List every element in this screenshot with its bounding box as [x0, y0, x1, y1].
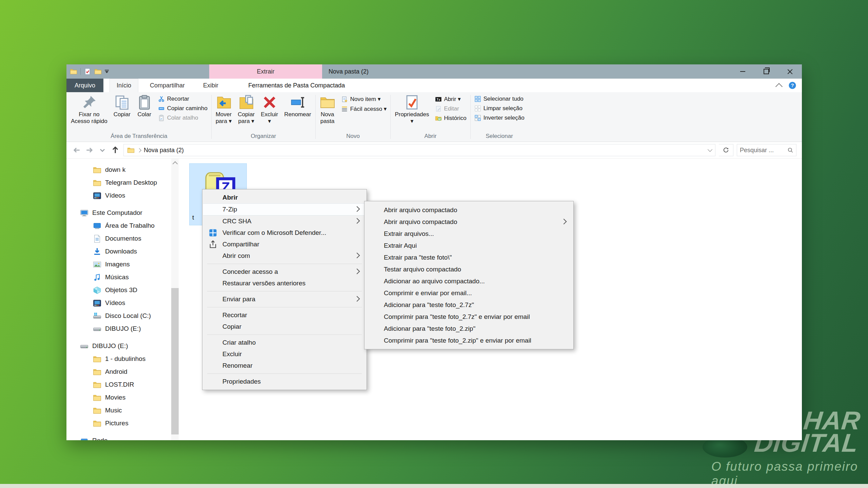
explorer-folder-icon[interactable] [70, 68, 77, 75]
history-button[interactable]: Histórico [435, 115, 467, 122]
clear-selection-button[interactable]: Limpar seleção [474, 105, 525, 112]
tab-compartilhar[interactable]: Compartilhar [143, 79, 192, 92]
edit-button[interactable]: Editar [435, 105, 467, 112]
sidebar-item-down-k[interactable]: down k [66, 163, 180, 176]
context-menu-item-conceder-acesso-a[interactable]: Conceder acesso a [203, 266, 366, 278]
recent-locations-icon[interactable] [98, 145, 107, 155]
sidebar-item-dibujo-e[interactable]: DIBUJO (E:) [66, 322, 180, 335]
easy-access-button[interactable]: Fácil acesso ▾ [341, 105, 387, 113]
sidebar-item-music[interactable]: Music [66, 404, 180, 417]
submenu-item-comprimir-e-enviar-por-email[interactable]: Comprimir e enviar por email... [365, 287, 573, 299]
sidebar-item-telegram-desktop[interactable]: Telegram Desktop [66, 176, 180, 189]
context-menu-item-7-zip[interactable]: 7-Zip [203, 203, 366, 216]
rename-button[interactable]: Renomear [281, 92, 314, 118]
tab-arquivo[interactable]: Arquivo [66, 79, 103, 92]
context-menu-item-renomear[interactable]: Renomear [203, 360, 366, 371]
help-icon[interactable]: ? [788, 81, 796, 89]
sidebar-item-imagens[interactable]: Imagens [66, 258, 180, 271]
context-menu-item-enviar-para[interactable]: Enviar para [203, 293, 366, 305]
sidebar-item-m-sicas[interactable]: Músicas [66, 271, 180, 284]
drive-icon [80, 342, 88, 350]
forward-icon[interactable] [85, 145, 94, 155]
pin-quick-access-button[interactable]: Fixar no Acesso rápido [68, 92, 111, 125]
menu-item-label: Extrair para "teste foto\" [384, 254, 452, 261]
close-button[interactable] [778, 64, 802, 79]
move-to-button[interactable]: Mover para ▾ [213, 92, 235, 125]
sidebar-item-dibujo-e[interactable]: DIBUJO (E:) [66, 340, 180, 352]
sidebar-item-v-deos[interactable]: Vídeos [66, 297, 180, 309]
properties-shortcut-icon[interactable] [84, 68, 91, 75]
customize-qat-icon[interactable] [105, 70, 109, 73]
search-input[interactable]: Pesquisar ... [737, 144, 796, 156]
submenu-item-testar-arquivo-compactado[interactable]: Testar arquivo compactado [365, 263, 573, 275]
sidebar-item-1-dubulinhos[interactable]: 1 - dubulinhos [66, 352, 180, 365]
copy-path-button[interactable]: Copiar caminho [158, 105, 208, 112]
invert-selection-button[interactable]: Inverter seleção [474, 115, 525, 121]
qat-separator [80, 68, 81, 75]
sidebar-item-pictures[interactable]: Pictures [66, 417, 180, 430]
paste-button[interactable]: Colar [134, 92, 155, 118]
back-icon[interactable] [72, 145, 81, 155]
contextual-tab-extrair[interactable]: Extrair [209, 64, 322, 79]
tab-exibir[interactable]: Exibir [196, 79, 225, 92]
address-dropdown-icon[interactable] [708, 147, 712, 152]
cut-button[interactable]: Recortar [158, 96, 208, 102]
context-menu-item-excluir[interactable]: Excluir [203, 348, 366, 360]
menu-item-label: Comprimir e enviar por email... [384, 289, 472, 297]
context-menu-item-copiar[interactable]: Copiar [203, 321, 366, 332]
sidebar-scrollbar[interactable] [171, 159, 179, 440]
context-menu-item-propriedades[interactable]: Propriedades [203, 376, 366, 387]
open-with-7zip-button[interactable]: 7z Abrir ▾ [435, 96, 467, 103]
submenu-item-adicionar-ao-arquivo-compactado[interactable]: Adicionar ao arquivo compactado... [365, 275, 573, 287]
sidebar-item-label: DIBUJO (E:) [92, 342, 128, 350]
sidebar-item-lost-dir[interactable]: LOST.DIR [66, 378, 180, 391]
submenu-item-extrair-aqui[interactable]: Extrair Aqui [365, 240, 573, 251]
scrollbar-up-icon[interactable] [171, 159, 179, 167]
context-menu-item-crc-sha[interactable]: CRC SHA [203, 216, 366, 227]
copy-button[interactable]: Copiar [111, 92, 134, 118]
context-menu-item-criar-atalho[interactable]: Criar atalho [203, 337, 366, 348]
context-menu-item-recortar[interactable]: Recortar [203, 309, 366, 321]
tab-inicio[interactable]: Início [110, 79, 138, 92]
properties-button[interactable]: Propriedades ▾ [392, 92, 432, 125]
breadcrumb[interactable]: Nova pasta (2) [123, 144, 715, 156]
minimize-button[interactable] [731, 64, 754, 79]
context-menu: Abrir7-ZipCRC SHAVerificar com o Microso… [202, 189, 367, 390]
sidebar-item-downloads[interactable]: Downloads [66, 245, 180, 258]
sidebar-item-documentos[interactable]: Documentos [66, 232, 180, 245]
new-item-button[interactable]: Novo item ▾ [341, 96, 387, 103]
sidebar-item-disco-local-c[interactable]: Disco Local (C:) [66, 309, 180, 322]
sidebar-item-v-deos[interactable]: Vídeos [66, 189, 180, 202]
tab-ferramentas-pasta-compactada[interactable]: Ferramentas de Pasta Compactada [241, 79, 352, 92]
context-menu-item-compartilhar[interactable]: Compartilhar [203, 239, 366, 250]
collapse-ribbon-icon[interactable] [775, 83, 783, 90]
context-menu-item-abrir-com[interactable]: Abrir com [203, 250, 366, 262]
refresh-button[interactable] [719, 144, 733, 156]
sidebar-item-este-computador[interactable]: Este Computador [66, 206, 180, 219]
restore-button[interactable] [754, 64, 778, 79]
copy-to-button[interactable]: Copiar para ▾ [235, 92, 258, 125]
sidebar-item-objetos-3d[interactable]: Objetos 3D [66, 284, 180, 297]
submenu-item-comprimir-para-teste-foto-2-zip-e-enviar-por-email[interactable]: Comprimir para "teste foto_2.zip" e envi… [365, 334, 573, 346]
submenu-item-abrir-arquivo-compactado[interactable]: Abrir arquivo compactado [365, 216, 573, 228]
up-icon[interactable] [111, 145, 120, 155]
new-folder-button[interactable]: Nova pasta [317, 92, 338, 125]
submenu-item-comprimir-para-teste-foto-2-7z-e-enviar-por-email[interactable]: Comprimir para "teste foto_2.7z" e envia… [365, 311, 573, 323]
submenu-item-extrair-para-teste-foto[interactable]: Extrair para "teste foto\" [365, 251, 573, 263]
context-menu-item-verificar-com-o-microsoft-defender[interactable]: Verificar com o Microsoft Defender... [203, 227, 366, 239]
submenu-item-adicionar-para-teste-foto-2-zip[interactable]: Adicionar para "teste foto_2.zip" [365, 323, 573, 334]
select-all-button[interactable]: Selecionar tudo [474, 96, 525, 102]
new-folder-shortcut-icon[interactable] [94, 68, 102, 75]
scrollbar-thumb[interactable] [171, 288, 179, 434]
submenu-item-adicionar-para-teste-foto-2-7z[interactable]: Adicionar para "teste foto_2.7z" [365, 299, 573, 311]
context-menu-item-abrir[interactable]: Abrir [203, 192, 366, 203]
submenu-item-extrair-arquivos[interactable]: Extrair arquivos... [365, 228, 573, 240]
sidebar-item-rea-de-trabalho[interactable]: Área de Trabalho [66, 219, 180, 232]
sidebar-item-movies[interactable]: Movies [66, 391, 180, 404]
sidebar-item-android[interactable]: Android [66, 365, 180, 378]
sidebar-item-rede[interactable]: Rede [66, 434, 180, 440]
submenu-item-abrir-arquivo-compactado[interactable]: Abrir arquivo compactado [365, 204, 573, 216]
context-menu-item-restaurar-vers-es-anteriores[interactable]: Restaurar versões anteriores [203, 278, 366, 289]
delete-button[interactable]: Excluir ▾ [258, 92, 281, 125]
paste-shortcut-button[interactable]: Colar atalho [158, 115, 208, 121]
